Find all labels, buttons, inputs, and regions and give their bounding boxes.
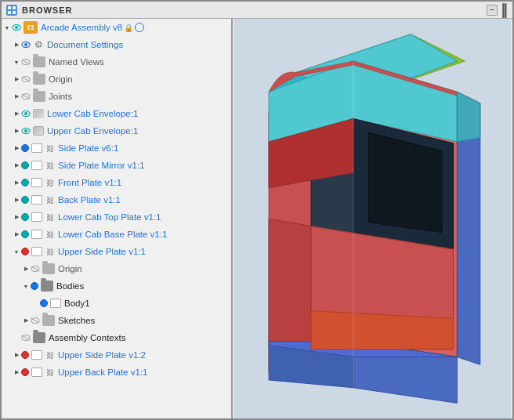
upper-back-box xyxy=(31,368,42,377)
side-plate-mirror-eye[interactable] xyxy=(21,161,29,169)
front-plate-eye[interactable] xyxy=(21,179,29,186)
upper-back-label: Upper Back Plate v1:1 xyxy=(58,368,147,377)
tree-item-sketches[interactable]: Sketches xyxy=(2,312,231,329)
tree-item-front-plate[interactable]: ⛓ Front Plate v1:1 xyxy=(2,174,231,191)
upper-cab-expand[interactable] xyxy=(13,127,20,135)
joints-eye[interactable] xyxy=(20,91,31,102)
origin-sub-eye[interactable] xyxy=(30,263,41,274)
front-plate-expand[interactable] xyxy=(13,179,20,186)
asm-contexts-eye[interactable] xyxy=(20,332,31,343)
collapse-icon[interactable]: ‖ xyxy=(501,3,508,17)
sketches-folder xyxy=(42,315,55,326)
upper-side-2-expand[interactable] xyxy=(13,351,20,359)
tree-item-upper-cab-env[interactable]: Upper Cab Envelope:1 xyxy=(2,122,231,139)
doc-expand[interactable] xyxy=(13,41,20,49)
side-plate-label: Side Plate v6:1 xyxy=(58,143,118,153)
front-plate-box xyxy=(31,178,42,187)
upper-side-box xyxy=(31,247,42,256)
tree-item-body1[interactable]: Body1 xyxy=(2,295,231,312)
upper-cab-eye[interactable] xyxy=(20,125,31,136)
main-window: BROWSER − ‖ xyxy=(0,0,514,420)
tree-item-origin[interactable]: Origin xyxy=(2,71,231,88)
tree-item-doc-settings[interactable]: ⚙ Document Settings xyxy=(2,36,231,53)
tree-item-joints[interactable]: Joints xyxy=(2,88,231,105)
named-views-eye[interactable] xyxy=(20,56,31,67)
svg-rect-1 xyxy=(13,6,16,9)
origin-eye[interactable] xyxy=(20,74,31,85)
back-plate-expand[interactable] xyxy=(13,196,20,204)
tree-item-named-views[interactable]: Named Views xyxy=(2,53,231,71)
viewport[interactable] xyxy=(233,19,512,418)
svg-marker-40 xyxy=(269,219,311,349)
upper-back-expand[interactable] xyxy=(13,368,20,376)
bodies-expand[interactable] xyxy=(22,282,30,290)
upper-back-eye[interactable] xyxy=(21,368,29,376)
lower-cab-base-eye[interactable] xyxy=(21,230,29,238)
tree-item-lower-cab-base[interactable]: ⛓ Lower Cab Base Plate v1:1 xyxy=(2,226,231,243)
root-eye[interactable] xyxy=(11,22,22,33)
svg-rect-9 xyxy=(27,28,30,30)
lower-cab-expand[interactable] xyxy=(13,110,20,118)
lower-cab-eye[interactable] xyxy=(20,108,31,119)
tree-root[interactable]: Arcade Assembly v8 🔒 xyxy=(2,19,231,36)
tree-item-upper-side-plate[interactable]: ⛓ Upper Side Plate v1:1 xyxy=(2,243,231,260)
sketches-expand[interactable] xyxy=(22,317,30,324)
tree-item-lower-cab-env[interactable]: Lower Cab Envelope:1 xyxy=(2,105,231,122)
body1-expand xyxy=(31,299,39,307)
back-plate-eye[interactable] xyxy=(21,196,29,204)
bodies-eye[interactable] xyxy=(31,282,38,290)
upper-side-2-box xyxy=(31,350,42,360)
root-expand[interactable] xyxy=(3,24,11,31)
tree-item-bodies[interactable]: Bodies xyxy=(2,277,231,295)
tree-item-side-plate-mirror[interactable]: ⛓ Side Plate Mirror v1:1 xyxy=(2,157,231,174)
side-plate-eye[interactable] xyxy=(21,144,29,152)
body1-eye[interactable] xyxy=(40,299,48,307)
tree-item-upper-side-plate-2[interactable]: ⛓ Upper Side Plate v1:2 xyxy=(2,346,231,364)
minimize-button[interactable]: − xyxy=(487,5,498,16)
lower-cab-top-eye[interactable] xyxy=(21,213,29,221)
side-plate-mirror-expand[interactable] xyxy=(13,161,20,169)
tree-item-side-plate[interactable]: ⛓ Side Plate v6:1 xyxy=(2,139,231,157)
lower-cab-base-box xyxy=(31,230,42,239)
lower-cab-base-label: Lower Cab Base Plate v1:1 xyxy=(58,230,167,239)
upper-side-link: ⛓ xyxy=(45,247,55,256)
side-plate-mirror-label: Side Plate Mirror v1:1 xyxy=(58,161,145,170)
body1-box xyxy=(50,299,61,308)
back-plate-box xyxy=(31,195,42,205)
upper-side-2-eye[interactable] xyxy=(21,351,29,359)
joints-expand[interactable] xyxy=(13,92,20,100)
origin-expand[interactable] xyxy=(13,75,20,83)
upper-side-2-link: ⛓ xyxy=(45,350,55,360)
lower-cab-base-expand[interactable] xyxy=(13,230,20,238)
lower-cab-base-link: ⛓ xyxy=(45,230,55,239)
named-views-expand[interactable] xyxy=(13,58,20,66)
asm-contexts-label: Assembly Contexts xyxy=(49,333,125,342)
svg-rect-8 xyxy=(31,25,34,27)
tree-item-lower-cab-top[interactable]: ⛓ Lower Cab Top Plate v1:1 xyxy=(2,208,231,226)
asm-contexts-expand xyxy=(13,334,20,342)
lower-cab-top-expand[interactable] xyxy=(13,213,20,221)
named-views-label: Named Views xyxy=(49,57,104,67)
doc-eye[interactable] xyxy=(20,39,31,50)
origin-sub-expand[interactable] xyxy=(22,265,30,273)
sketches-eye[interactable] xyxy=(30,315,41,326)
tree-item-upper-back-plate[interactable]: ⛓ Upper Back Plate v1:1 xyxy=(2,364,231,381)
upper-side-eye[interactable] xyxy=(21,248,29,255)
upper-side-expand[interactable] xyxy=(13,248,20,255)
joints-folder xyxy=(33,91,45,102)
asm-contexts-folder xyxy=(33,332,45,343)
upper-cab-box xyxy=(33,126,44,136)
svg-rect-6 xyxy=(26,24,35,31)
tree-item-origin-sub[interactable]: Origin xyxy=(2,260,231,277)
lower-cab-env-label: Lower Cab Envelope:1 xyxy=(47,109,138,118)
root-circle xyxy=(135,23,144,32)
origin-folder xyxy=(33,74,45,85)
svg-rect-10 xyxy=(31,28,34,30)
tree-item-back-plate[interactable]: ⛓ Back Plate v1:1 xyxy=(2,191,231,208)
svg-point-20 xyxy=(24,112,27,115)
titlebar-controls: − ‖ xyxy=(487,3,508,17)
svg-rect-7 xyxy=(27,25,30,27)
side-plate-expand[interactable] xyxy=(13,144,20,152)
back-plate-link: ⛓ xyxy=(45,195,55,205)
tree-item-asm-contexts[interactable]: Assembly Contexts xyxy=(2,329,231,346)
